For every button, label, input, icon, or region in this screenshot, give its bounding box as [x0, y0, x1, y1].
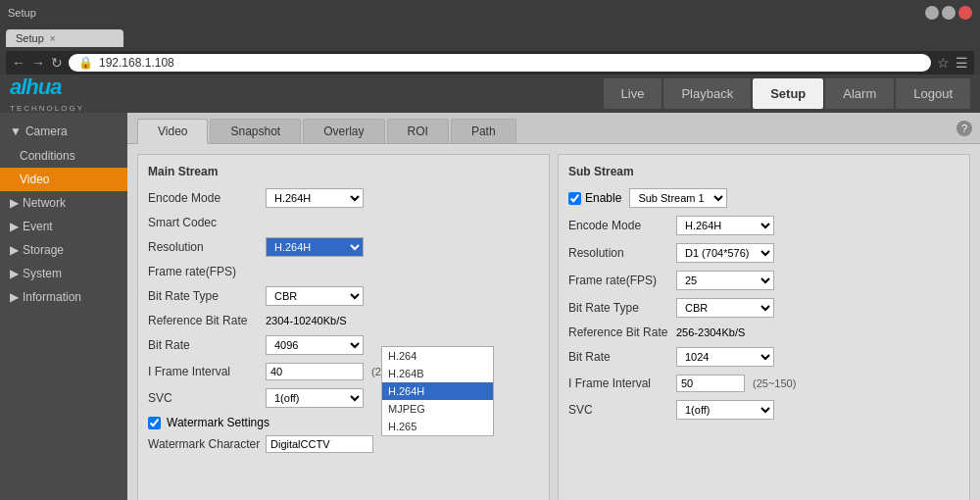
sub-tabs: Video Snapshot Overlay ROI Path ?: [127, 113, 980, 144]
sub-resolution-row: Resolution D1 (704*576): [568, 243, 959, 263]
resolution-select[interactable]: H.264H: [266, 237, 364, 257]
tab-playback[interactable]: Playback: [663, 78, 751, 109]
enable-checkbox[interactable]: [568, 192, 581, 205]
resolution-control: H.264H: [266, 237, 364, 257]
maximize-button[interactable]: □: [942, 6, 956, 20]
address-box[interactable]: 🔒 192.168.1.108: [69, 54, 931, 72]
reload-button[interactable]: ↻: [51, 55, 63, 71]
storage-label: Storage: [23, 243, 64, 257]
sidebar-section-network[interactable]: ▶ Network: [0, 191, 127, 215]
sub-frame-rate-select[interactable]: 25: [676, 271, 774, 290]
app-header: alhua TECHNOLOGY Live Playback Setup Ala…: [0, 75, 980, 113]
sub-i-frame-range: (25~150): [753, 377, 796, 389]
sidebar-camera-label: Camera: [25, 125, 68, 138]
sub-bit-rate-row: Bit Rate 1024: [568, 347, 959, 367]
dropdown-option-mjpeg[interactable]: MJPEG: [382, 400, 493, 418]
svc-label: SVC: [148, 391, 266, 405]
sidebar-item-conditions[interactable]: Conditions: [0, 144, 127, 168]
dropdown-option-h264[interactable]: H.264: [382, 347, 493, 365]
main-content: Video Snapshot Overlay ROI Path ? Main S…: [127, 113, 980, 500]
sub-i-frame-input[interactable]: 50: [676, 375, 745, 392]
enable-label: Enable: [585, 191, 621, 205]
browser-actions: ☆ ☰: [937, 55, 968, 71]
encode-mode-select[interactable]: H.264H: [266, 188, 364, 208]
sidebar-section-system[interactable]: ▶ System: [0, 262, 127, 285]
sidebar-section-storage[interactable]: ▶ Storage: [0, 238, 127, 262]
i-frame-input[interactable]: 40: [266, 363, 364, 380]
url-text: 192.168.1.108: [99, 56, 174, 70]
tab-close-icon[interactable]: ×: [50, 33, 56, 44]
conditions-label: Conditions: [20, 149, 75, 163]
watermark-checkbox[interactable]: [148, 417, 161, 429]
encode-mode-label: Encode Mode: [148, 191, 266, 205]
triangle-icon-info: ▶: [10, 290, 19, 304]
tab-label: Setup: [16, 32, 44, 44]
bit-rate-select[interactable]: 4096: [266, 335, 364, 355]
event-label: Event: [23, 220, 53, 233]
browser-tab[interactable]: Setup ×: [6, 29, 123, 47]
sub-bit-rate-type-select[interactable]: CBR: [676, 298, 774, 318]
sub-tab-roi[interactable]: ROI: [387, 119, 449, 143]
frame-rate-row: Frame rate(FPS): [148, 265, 539, 278]
network-label: Network: [23, 196, 66, 210]
dropdown-option-h265[interactable]: H.265: [382, 418, 493, 435]
encode-mode-control: H.264H: [266, 188, 364, 208]
enable-select[interactable]: Sub Stream 1: [629, 188, 727, 208]
dropdown-option-h264b[interactable]: H.264B: [382, 365, 493, 382]
bookmark-button[interactable]: ☆: [937, 55, 950, 71]
sidebar-section-information[interactable]: ▶ Information: [0, 285, 127, 309]
sub-svc-select[interactable]: 1(off): [676, 400, 774, 420]
sub-resolution-control: D1 (704*576): [676, 243, 774, 263]
sub-tab-video[interactable]: Video: [137, 119, 208, 144]
sub-tab-path[interactable]: Path: [451, 119, 516, 143]
sub-resolution-select[interactable]: D1 (704*576): [676, 243, 774, 263]
sidebar-item-video[interactable]: Video: [0, 168, 127, 191]
sub-tab-snapshot[interactable]: Snapshot: [210, 119, 301, 143]
help-icon[interactable]: ?: [956, 121, 972, 136]
minimize-button[interactable]: −: [925, 6, 939, 20]
lock-icon: 🔒: [78, 56, 93, 70]
sub-resolution-label: Resolution: [568, 246, 676, 260]
watermark-char-row: Watermark Character DigitalCCTV: [148, 435, 539, 453]
main-stream-panel: Main Stream Encode Mode H.264H Smart Cod…: [137, 154, 550, 500]
svc-select[interactable]: 1(off): [266, 388, 364, 408]
sub-stream-title: Sub Stream: [568, 165, 959, 178]
sidebar-section-camera[interactable]: ▼ Camera: [0, 119, 127, 144]
sub-bit-rate-type-row: Bit Rate Type CBR: [568, 298, 959, 318]
sub-encode-mode-label: Encode Mode: [568, 219, 676, 232]
sub-tab-overlay[interactable]: Overlay: [303, 119, 384, 143]
svc-control: 1(off): [266, 388, 364, 408]
triangle-icon: ▼: [10, 125, 22, 138]
tab-logout[interactable]: Logout: [896, 78, 970, 109]
browser-chrome: Setup × ← → ↻ 🔒 192.168.1.108 ☆ ☰: [0, 25, 980, 75]
sub-svc-row: SVC 1(off): [568, 400, 959, 420]
sub-encode-mode-row: Encode Mode H.264H: [568, 216, 959, 235]
bit-rate-type-select[interactable]: CBR: [266, 286, 364, 306]
tab-alarm[interactable]: Alarm: [825, 78, 894, 109]
system-label: System: [23, 267, 62, 280]
sub-i-frame-control: 50 (25~150): [676, 375, 796, 392]
bit-rate-type-row: Bit Rate Type CBR: [148, 286, 539, 306]
sub-ref-bit-rate-row: Reference Bit Rate 256-2304Kb/S: [568, 325, 959, 339]
triangle-icon-system: ▶: [10, 267, 19, 280]
browser-address-bar: ← → ↻ 🔒 192.168.1.108 ☆ ☰: [6, 51, 974, 75]
dropdown-option-h264h[interactable]: H.264H: [382, 382, 493, 400]
forward-button[interactable]: →: [31, 55, 45, 71]
watermark-char-input[interactable]: DigitalCCTV: [266, 435, 373, 453]
menu-button[interactable]: ☰: [956, 55, 968, 71]
back-button[interactable]: ←: [12, 55, 25, 71]
sub-encode-mode-select[interactable]: H.264H: [676, 216, 774, 235]
sub-frame-rate-label: Frame rate(FPS): [568, 274, 676, 287]
information-label: Information: [23, 290, 81, 304]
close-button[interactable]: ×: [958, 6, 972, 20]
bit-rate-control: 4096: [266, 335, 364, 355]
sub-frame-rate-control: 25: [676, 271, 774, 290]
tab-live[interactable]: Live: [604, 78, 662, 109]
main-stream-title: Main Stream: [148, 165, 539, 178]
sub-bit-rate-type-label: Bit Rate Type: [568, 301, 676, 315]
enable-select-control: Sub Stream 1: [629, 188, 727, 208]
sidebar-section-event[interactable]: ▶ Event: [0, 215, 127, 238]
window-controls: − □ ×: [925, 6, 972, 20]
tab-setup[interactable]: Setup: [753, 78, 823, 109]
sub-bit-rate-select[interactable]: 1024: [676, 347, 774, 367]
